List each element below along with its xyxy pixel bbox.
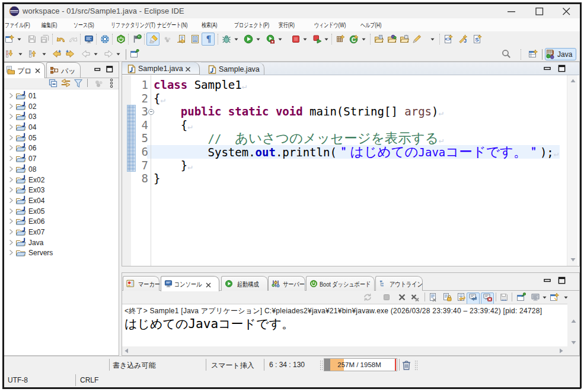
pen-icon[interactable]: [412, 34, 422, 44]
filter-icon[interactable]: [74, 79, 83, 88]
last-edit-forward-icon[interactable]: [65, 49, 75, 59]
tab-close-icon[interactable]: [205, 282, 212, 288]
new-console-view-dropdown-icon[interactable]: [564, 296, 568, 299]
tree-item-servers[interactable]: Servers: [4, 248, 119, 258]
chevron-right-icon[interactable]: [8, 144, 14, 151]
new-s-file-icon[interactable]: S: [473, 34, 482, 44]
stop-icon[interactable]: [291, 34, 301, 44]
tree-item-ex06[interactable]: Ex06: [4, 216, 119, 227]
console-content[interactable]: <終了> Sample1 [Java アプリケーション] C:¥pleiades…: [122, 304, 567, 346]
tree-item-ex05[interactable]: Ex05: [4, 206, 119, 217]
tab-boot-dashboard[interactable]: Boot ダッシュボード: [306, 276, 375, 291]
remove-all-launches-icon[interactable]: [410, 293, 420, 302]
new-java-wizard-icon[interactable]: J: [458, 34, 468, 44]
open-perspective-icon[interactable]: [528, 49, 538, 59]
scroll-up-icon[interactable]: [570, 78, 576, 83]
open-folder-clip-icon[interactable]: [400, 34, 409, 44]
tree-item-08[interactable]: 08: [4, 164, 119, 175]
menu-help[interactable]: ヘルプ(H): [360, 18, 381, 31]
tree-item-07[interactable]: 07: [4, 153, 119, 164]
run-dropdown-icon[interactable]: [256, 38, 260, 41]
chevron-right-icon[interactable]: [8, 208, 14, 214]
coverage-dropdown-icon[interactable]: [278, 38, 282, 41]
tree-item-06[interactable]: 06: [4, 143, 119, 153]
chevron-right-icon[interactable]: [8, 155, 14, 162]
gear-icon[interactable]: [100, 34, 110, 44]
save-icon[interactable]: [27, 34, 37, 44]
maximize-editor-icon[interactable]: [558, 65, 566, 73]
properties-list-icon[interactable]: [190, 34, 200, 44]
highlighter-icon[interactable]: [149, 34, 158, 44]
gc-trash-icon[interactable]: [401, 359, 411, 371]
tree-item-ex03[interactable]: Ex03: [4, 185, 119, 195]
coverage-icon[interactable]: [266, 34, 275, 44]
chevron-right-icon[interactable]: [8, 239, 14, 246]
tree-item-ex02[interactable]: Ex02: [4, 175, 119, 185]
console-hscrollbar[interactable]: [122, 346, 567, 355]
chevron-right-icon[interactable]: [8, 197, 14, 204]
block-selection-icon[interactable]: [163, 34, 173, 44]
tree-item-04[interactable]: 04: [4, 122, 119, 133]
chevron-right-icon[interactable]: [8, 218, 14, 224]
tab-close-icon[interactable]: [34, 68, 41, 74]
prev-annotation-dropdown-icon[interactable]: [42, 53, 46, 56]
tab-launch-config[interactable]: 起動構成: [221, 276, 268, 291]
menu-window[interactable]: ウィンドウ(W): [314, 18, 346, 31]
run-icon[interactable]: [244, 34, 253, 44]
spring-boot-icon[interactable]: [116, 34, 126, 44]
debug-icon[interactable]: [222, 34, 231, 44]
chevron-right-icon[interactable]: [8, 187, 14, 193]
tree-item-01[interactable]: 01: [4, 91, 119, 101]
show-on-stdout-icon[interactable]: [468, 293, 478, 302]
new-console-view-icon[interactable]: [550, 293, 559, 302]
new-wizard-dropdown-icon[interactable]: [17, 38, 21, 41]
open-console-dropdown-icon[interactable]: [542, 296, 547, 299]
tree-item-05[interactable]: 05: [4, 133, 119, 143]
scroll-up-icon[interactable]: [571, 319, 576, 324]
tab-servers[interactable]: サーバー: [268, 276, 305, 291]
link-with-editor-icon[interactable]: [60, 78, 71, 88]
forward-icon[interactable]: [104, 49, 113, 59]
tab-console[interactable]: コンソール: [161, 276, 219, 291]
save-all-icon[interactable]: [40, 34, 50, 44]
last-edit-back-icon[interactable]: [52, 49, 62, 59]
menu-source[interactable]: ソース(S): [74, 18, 94, 31]
console-vscrollbar[interactable]: [567, 304, 578, 346]
forward-dropdown-icon[interactable]: [116, 53, 120, 56]
chevron-right-icon[interactable]: [8, 113, 14, 120]
terminal-icon[interactable]: [84, 34, 94, 44]
scroll-lock-icon[interactable]: [442, 293, 452, 302]
maximize-button[interactable]: [531, 5, 548, 17]
back-icon[interactable]: [81, 49, 91, 59]
menu-search[interactable]: 検索(A): [202, 18, 217, 31]
tree-item-02[interactable]: 02: [4, 101, 119, 112]
minimize-button[interactable]: [503, 5, 521, 17]
next-annotation-dropdown-icon[interactable]: [18, 53, 23, 56]
show-on-stderr-icon[interactable]: [483, 293, 492, 302]
menu-project[interactable]: プロジェクト(P): [234, 18, 269, 31]
profile-dropdown-icon[interactable]: [324, 38, 328, 41]
chevron-right-icon[interactable]: [8, 176, 14, 183]
pin-console-icon[interactable]: [499, 293, 509, 302]
close-button[interactable]: [557, 5, 575, 17]
linked-window-icon[interactable]: [130, 49, 139, 59]
chevron-right-icon[interactable]: [8, 229, 14, 235]
collapse-all-icon[interactable]: [49, 79, 58, 88]
minimize-view-icon[interactable]: [94, 67, 101, 73]
drag-handle[interactable]: [320, 360, 323, 371]
chevron-right-icon[interactable]: [8, 92, 14, 99]
chevron-right-icon[interactable]: [8, 103, 14, 110]
open-console-icon[interactable]: [531, 293, 540, 302]
menu-file[interactable]: ファイル(F): [5, 18, 30, 31]
menu-edit[interactable]: 編集(E): [42, 18, 57, 31]
scroll-left-icon[interactable]: [124, 348, 129, 354]
menu-refactor[interactable]: リファクタリング(T): [111, 18, 155, 31]
tab-project-explorer[interactable]: プロ: [4, 62, 45, 78]
tab-sample1-java[interactable]: Sample1.java: [122, 62, 200, 75]
tab-package-explorer[interactable]: パッ: [46, 62, 81, 78]
tree-item-ex07[interactable]: Ex07: [4, 227, 119, 237]
link-import-icon[interactable]: [177, 34, 186, 44]
scroll-down-icon[interactable]: [570, 257, 576, 262]
display-console-icon[interactable]: [516, 293, 526, 302]
prev-annotation-icon[interactable]: [28, 49, 38, 59]
